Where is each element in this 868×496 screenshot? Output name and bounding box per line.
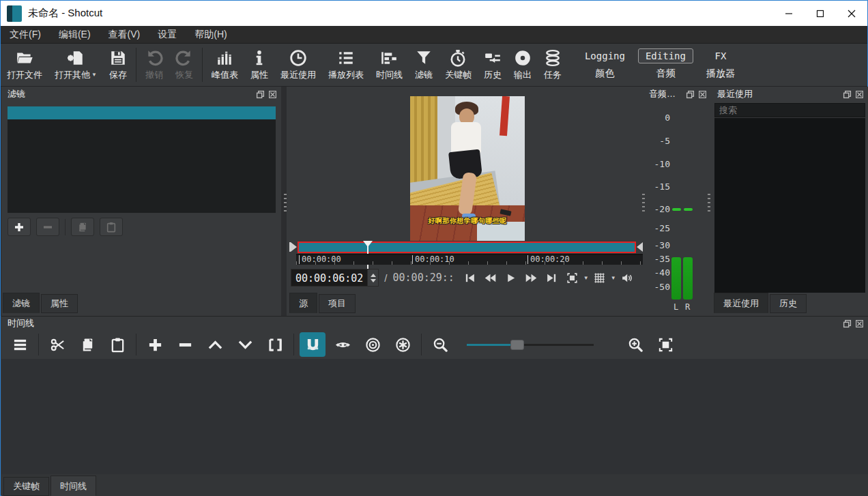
layout-editing-button[interactable]: Editing <box>638 48 693 63</box>
undo-button[interactable]: 撤销 <box>139 46 169 84</box>
float-panel-icon[interactable] <box>256 90 265 99</box>
tab-recent[interactable]: 最近使用 <box>714 293 768 313</box>
zoom-menu-caret[interactable]: ▼ <box>583 275 590 281</box>
skip-to-end-button[interactable] <box>543 269 561 286</box>
history-button[interactable]: 历史 <box>478 46 508 84</box>
play-button[interactable] <box>502 269 520 286</box>
zoom-fit-timeline-button[interactable] <box>652 332 678 357</box>
out-point-marker[interactable] <box>637 242 643 252</box>
rewind-button[interactable] <box>482 269 500 286</box>
tab-properties[interactable]: 属性 <box>41 294 78 313</box>
player-panel: 好啊那你想学哪句哪些呢 00:00:00 00:00:10 00:00:20 0… <box>287 87 643 316</box>
paste-button[interactable] <box>104 332 130 357</box>
filters-button[interactable]: 滤镜 <box>409 46 439 84</box>
snap-toggle-button[interactable] <box>300 332 326 357</box>
scrub-while-dragging-button[interactable] <box>330 332 356 357</box>
export-button[interactable]: 输出 <box>508 46 538 84</box>
properties-button[interactable]: 属性 <box>244 46 274 84</box>
splitter-handle[interactable] <box>642 194 645 214</box>
skip-to-start-button[interactable] <box>461 269 479 286</box>
timeline-zoom-slider[interactable] <box>467 338 594 351</box>
ripple-all-tracks-button[interactable] <box>390 332 416 357</box>
jobs-button[interactable]: 任务 <box>538 46 568 84</box>
copy-filters-button[interactable] <box>71 218 94 236</box>
splitter-handle[interactable] <box>708 194 710 214</box>
video-preview[interactable]: 好啊那你想学哪句哪些呢 <box>410 96 525 241</box>
timeline-button[interactable]: 时间线 <box>370 46 409 84</box>
recent-button[interactable]: 最近使用 <box>274 46 322 84</box>
close-panel-icon[interactable] <box>268 90 277 99</box>
current-timecode[interactable]: 00:00:06:02 <box>291 269 367 286</box>
tab-project[interactable]: 项目 <box>319 294 356 313</box>
menu-settings[interactable]: 设置 <box>149 26 186 43</box>
open-file-button[interactable]: 打开文件 <box>1 46 48 84</box>
zoom-out-icon <box>433 337 448 353</box>
tab-keyframes[interactable]: 关键帧 <box>3 477 49 496</box>
save-button[interactable]: 保存 <box>103 46 133 84</box>
slider-handle[interactable] <box>510 340 524 350</box>
lift-button[interactable] <box>202 332 228 357</box>
playlist-button[interactable]: 播放列表 <box>322 46 370 84</box>
float-panel-icon[interactable] <box>686 90 695 99</box>
close-panel-icon[interactable] <box>855 90 864 99</box>
db-scale-label: 0 <box>665 113 670 123</box>
layout-color-button[interactable]: 颜色 <box>588 65 622 82</box>
tab-timeline[interactable]: 时间线 <box>50 476 96 496</box>
remove-filter-button[interactable] <box>36 218 59 236</box>
split-button[interactable] <box>262 332 288 357</box>
close-button[interactable] <box>836 1 867 26</box>
close-panel-icon[interactable] <box>855 319 864 328</box>
in-point-marker[interactable] <box>291 242 297 252</box>
scrub-eye-icon <box>335 337 351 353</box>
peak-meter-button[interactable]: 峰值表 <box>205 46 244 84</box>
cut-button[interactable] <box>44 332 70 357</box>
append-button[interactable] <box>142 332 168 357</box>
grid-button[interactable] <box>591 269 609 286</box>
redo-button[interactable]: 恢复 <box>169 46 199 84</box>
timeline-menu-button[interactable] <box>7 332 33 357</box>
copy-button[interactable] <box>74 332 100 357</box>
float-panel-icon[interactable] <box>843 90 852 99</box>
add-filter-button[interactable] <box>8 218 31 236</box>
filter-list[interactable] <box>8 119 276 213</box>
layout-fx-button[interactable]: FX <box>708 48 734 63</box>
close-panel-icon[interactable] <box>698 90 707 99</box>
maximize-button[interactable] <box>805 1 836 26</box>
minimize-button[interactable] <box>773 1 805 26</box>
open-other-button[interactable]: 打开其他▼ <box>48 46 103 84</box>
separator <box>65 219 66 235</box>
zoom-out-button[interactable] <box>427 332 453 357</box>
ripple-toggle-button[interactable] <box>360 332 386 357</box>
layout-logging-button[interactable]: Logging <box>577 48 633 63</box>
layout-player-button[interactable]: 播放器 <box>699 65 742 82</box>
timeline-tracks-area[interactable] <box>1 359 868 475</box>
overwrite-button[interactable] <box>232 332 258 357</box>
menu-help[interactable]: 帮助(H) <box>186 26 235 43</box>
grid-menu-caret[interactable]: ▼ <box>610 275 617 281</box>
menu-view[interactable]: 查看(V) <box>100 26 149 43</box>
menu-file[interactable]: 文件(F) <box>1 26 50 43</box>
playhead[interactable] <box>363 241 373 254</box>
time-ruler[interactable]: 00:00:00 00:00:10 00:00:20 <box>296 254 643 265</box>
filter-selected-row[interactable] <box>8 106 276 119</box>
current-timecode-spinner[interactable]: 00:00:06:02 <box>291 269 379 287</box>
fast-forward-button[interactable] <box>523 269 540 286</box>
trim-bar[interactable] <box>298 242 636 253</box>
float-panel-icon[interactable] <box>843 319 852 328</box>
zoom-fit-button[interactable] <box>564 269 581 286</box>
menu-edit[interactable]: 编辑(E) <box>50 26 100 43</box>
layout-audio-button[interactable]: 音频 <box>648 65 682 82</box>
search-input[interactable] <box>714 103 865 117</box>
tab-source[interactable]: 源 <box>289 293 317 313</box>
volume-button[interactable] <box>618 269 636 286</box>
recent-file-list[interactable] <box>714 118 865 293</box>
zoom-in-button[interactable] <box>622 332 648 357</box>
tab-history[interactable]: 历史 <box>770 294 807 313</box>
ruler-label: 00:00:10 <box>412 255 454 264</box>
timecode-spin-buttons[interactable] <box>367 269 378 286</box>
keyframes-button[interactable]: 关键帧 <box>439 46 478 84</box>
paste-filters-button[interactable] <box>100 218 123 236</box>
ripple-delete-button[interactable] <box>172 332 198 357</box>
tab-filters[interactable]: 滤镜 <box>3 293 40 313</box>
player-scrubber[interactable] <box>287 241 643 254</box>
